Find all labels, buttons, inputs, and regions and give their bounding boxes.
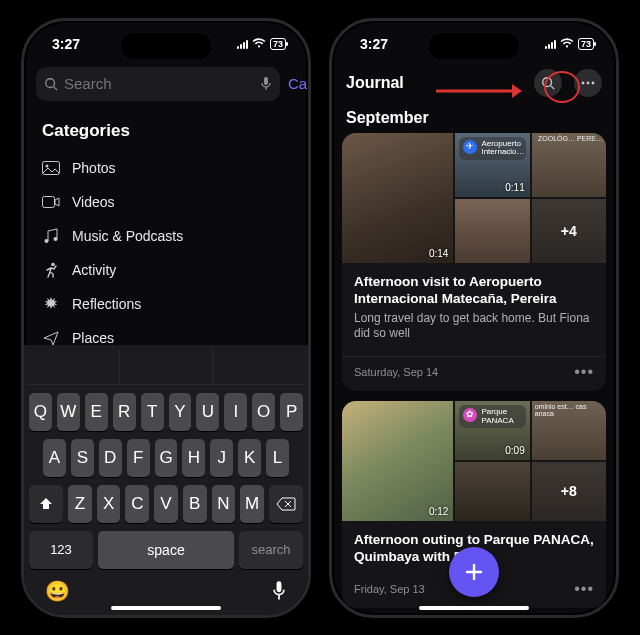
dynamic-island [121,33,211,59]
dynamic-island [429,33,519,59]
svg-point-4 [46,164,49,167]
plus-icon [463,561,485,583]
svg-rect-3 [43,161,60,174]
cellular-icon [545,39,556,49]
key-search[interactable]: search [239,531,303,569]
thumb[interactable]: ✿ Parque PANACA 0:09 [455,401,529,460]
search-input[interactable] [64,75,254,92]
key-l[interactable]: L [266,439,289,477]
svg-point-0 [46,78,55,87]
wifi-icon [560,38,574,49]
thumb[interactable]: ominio est… cas anaca [532,401,606,460]
key-q[interactable]: Q [29,393,52,431]
home-indicator[interactable] [419,606,529,610]
thumb[interactable]: ✈ Aeropuerto Internacio… 0:11 [455,133,529,197]
category-music[interactable]: Music & Podcasts [42,219,290,253]
phone-journal-screen: 3:27 73 Journal September 0:14 [329,18,619,618]
entry-more-button[interactable]: ••• [574,580,594,598]
key-123[interactable]: 123 [29,531,93,569]
categories-heading: Categories [42,121,290,141]
keyboard-row-2: A S D F G H J K L [27,439,305,477]
annotation-arrow [434,81,524,101]
key-i[interactable]: I [224,393,247,431]
svg-rect-2 [264,77,268,85]
main-video-thumb[interactable]: 0:12 [342,401,453,521]
svg-point-7 [54,237,58,241]
key-backspace[interactable] [269,485,303,523]
category-label: Photos [72,160,116,176]
more-count: +4 [532,199,606,263]
dictate-button[interactable] [271,580,287,602]
key-w[interactable]: W [57,393,80,431]
svg-point-15 [582,81,585,84]
thumb[interactable]: ZOOLÓG… PERE… [532,133,606,197]
key-a[interactable]: A [43,439,66,477]
more-count: +8 [532,462,606,521]
journal-entry[interactable]: 0:14 ✈ Aeropuerto Internacio… 0:11 ZOOLÓ… [342,133,606,391]
emoji-button[interactable]: 😀 [45,579,70,603]
category-label: Videos [72,194,115,210]
category-label: Reflections [72,296,141,312]
key-b[interactable]: B [183,485,207,523]
key-d[interactable]: D [99,439,122,477]
key-y[interactable]: Y [169,393,192,431]
cellular-icon [237,39,248,49]
thumb-more[interactable]: +4 [532,199,606,263]
mic-icon[interactable] [260,76,272,92]
svg-rect-12 [277,581,282,592]
keyboard[interactable]: Q W E R T Y U I O P A S D F G H J K L Z … [24,345,308,615]
new-entry-button[interactable] [449,547,499,597]
main-video-thumb[interactable]: 0:14 [342,133,453,263]
key-r[interactable]: R [113,393,136,431]
clock: 3:27 [52,36,80,52]
svg-point-8 [51,262,55,266]
place-icon [42,330,60,346]
music-icon [42,228,60,244]
key-o[interactable]: O [252,393,275,431]
cancel-button[interactable]: Cancel [288,75,311,92]
entry-media[interactable]: 0:14 ✈ Aeropuerto Internacio… 0:11 ZOOLÓ… [342,133,606,263]
keyboard-row-4: 123 space search [27,531,305,569]
key-g[interactable]: G [155,439,178,477]
key-s[interactable]: S [71,439,94,477]
video-duration: 0:14 [429,248,448,259]
key-j[interactable]: J [210,439,233,477]
svg-line-1 [54,86,58,90]
key-m[interactable]: M [240,485,264,523]
category-label: Activity [72,262,116,278]
category-photos[interactable]: Photos [42,151,290,185]
entry-title: Afternoon visit to Aeropuerto Internacio… [354,273,594,308]
clock: 3:27 [360,36,388,52]
key-x[interactable]: X [97,485,121,523]
category-videos[interactable]: Videos [42,185,290,219]
search-field[interactable] [36,67,280,101]
key-f[interactable]: F [127,439,150,477]
key-t[interactable]: T [141,393,164,431]
key-z[interactable]: Z [68,485,92,523]
keyboard-suggestions[interactable] [27,349,305,385]
key-n[interactable]: N [212,485,236,523]
thumb[interactable] [455,462,529,521]
key-e[interactable]: E [85,393,108,431]
key-k[interactable]: K [238,439,261,477]
key-h[interactable]: H [182,439,205,477]
airplane-icon: ✈ [463,140,477,154]
key-shift[interactable] [29,485,63,523]
park-icon: ✿ [463,408,477,422]
thumb-more[interactable]: +8 [532,462,606,521]
key-p[interactable]: P [280,393,303,431]
key-space[interactable]: space [98,531,234,569]
key-v[interactable]: V [154,485,178,523]
category-reflections[interactable]: Reflections [42,287,290,321]
key-u[interactable]: U [196,393,219,431]
category-activity[interactable]: Activity [42,253,290,287]
month-header: September [332,105,616,133]
reflect-icon [42,296,60,312]
entry-more-button[interactable]: ••• [574,363,594,381]
video-duration: 0:09 [505,445,524,456]
thumb[interactable] [455,199,529,263]
key-c[interactable]: C [125,485,149,523]
entry-media[interactable]: 0:12 ✿ Parque PANACA 0:09 ominio est… ca… [342,401,606,521]
home-indicator[interactable] [111,606,221,610]
wifi-icon [252,38,266,49]
